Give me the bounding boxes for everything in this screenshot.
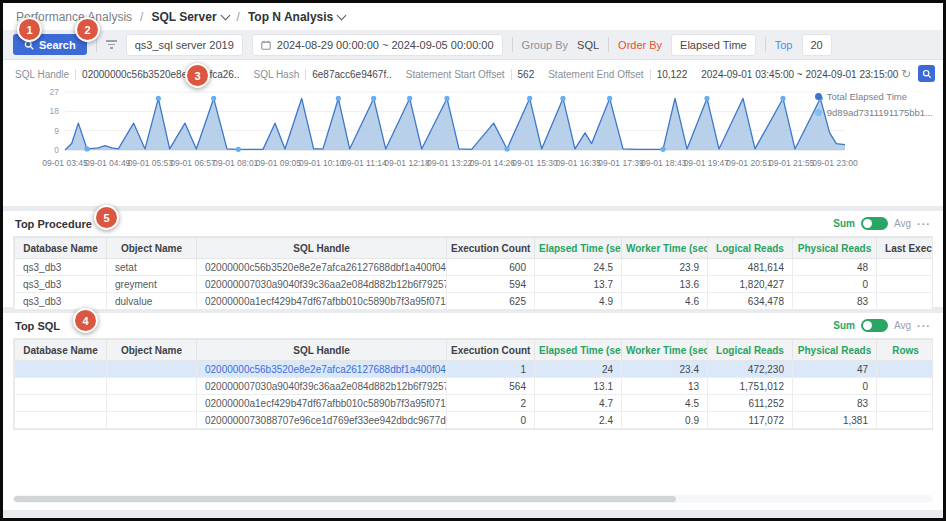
breadcrumb-top-n-analysis[interactable]: Top N Analysis: [248, 10, 345, 24]
table-row[interactable]: qs3_db3setat02000000c56b3520e8e2e7afca26…: [15, 259, 934, 276]
column-header-last-execution-end[interactable]: Last Execution End: [877, 238, 934, 259]
sql-handle-cell: 020000007030a9040f39c36aa2e084d882b12b6f…: [197, 378, 447, 395]
divider: [511, 69, 512, 80]
table-row[interactable]: 02000000a1ecf429b47df67afbb010c5890b7f3a…: [15, 395, 934, 412]
scrollbar-thumb[interactable]: [14, 496, 676, 502]
chart-toolbar: ← → ↻: [863, 65, 935, 82]
top-n-analysis-page: Performance Analysis / SQL Server / Top …: [0, 0, 946, 521]
top-count-input[interactable]: 20: [802, 34, 832, 56]
forward-arrow-icon[interactable]: →: [882, 68, 894, 80]
more-options-button[interactable]: ···: [917, 320, 931, 332]
legend-item-query-hash[interactable]: 9d89ad7311191175bb1...: [815, 107, 933, 118]
table-cell: 4.7: [535, 395, 622, 412]
column-header-elapsed-time-sec[interactable]: Elapsed Time (sec): [535, 238, 622, 259]
table-cell: [15, 378, 107, 395]
data-point-marker: [84, 146, 89, 151]
date-range-picker[interactable]: 2024-08-29 00:00:00 ~ 2024-09-05 00:00:0…: [252, 34, 503, 56]
table-row[interactable]: 0200000073088707e96ce1d769ef33ee942dbdc9…: [15, 412, 934, 429]
table-cell: [15, 361, 107, 378]
table-cell: qs3_db3: [15, 293, 107, 310]
table-cell: 0: [447, 412, 535, 429]
legend-item-total-elapsed-time[interactable]: Total Elapsed Time: [815, 91, 933, 102]
column-header-sql-handle[interactable]: SQL Handle: [197, 238, 447, 259]
table-cell: [877, 395, 934, 412]
table-row[interactable]: 020000007030a9040f39c36aa2e084d882b12b6f…: [15, 378, 934, 395]
column-header-worker-time-sec[interactable]: Worker Time (sec): [622, 340, 708, 361]
column-header-object-name[interactable]: Object Name: [107, 340, 197, 361]
column-header-execution-count[interactable]: Execution Count: [447, 238, 535, 259]
table-row[interactable]: 02000000c56b3520e8e2e7afca26127688dbf1a4…: [15, 361, 934, 378]
top-sql-header: Top SQL Sum Avg ···: [3, 313, 943, 338]
column-header-physical-reads[interactable]: Physical Reads: [793, 238, 877, 259]
x-axis-tick-label: 09-01 08:01: [213, 158, 259, 168]
area-fill: [65, 98, 845, 150]
sql-hash-value: 6e87acc6e9467f..: [312, 69, 392, 80]
y-axis-tick-label: 9: [54, 126, 59, 136]
more-options-button[interactable]: ···: [917, 218, 931, 230]
x-axis-tick-label: 09-01 18:43: [641, 158, 687, 168]
column-header-execution-count[interactable]: Execution Count: [447, 340, 535, 361]
table-cell: 0.9: [622, 412, 708, 429]
breadcrumb-top-n-analysis-label: Top N Analysis: [248, 10, 333, 24]
sum-avg-toggle[interactable]: [861, 217, 888, 230]
x-axis-tick-label: 09-01 13:22: [427, 158, 473, 168]
statement-end-offset-label: Statement End Offset: [548, 69, 643, 80]
table-cell: 13.1: [535, 378, 622, 395]
column-header-physical-reads[interactable]: Physical Reads: [793, 340, 877, 361]
chart-zoom-button[interactable]: [918, 65, 935, 82]
group-by-label: Group By: [522, 39, 568, 51]
group-by-value[interactable]: SQL: [577, 39, 599, 51]
column-header-database-name[interactable]: Database Name: [15, 340, 107, 361]
column-header-rows[interactable]: Rows: [877, 340, 934, 361]
column-header-elapsed-time-sec[interactable]: Elapsed Time (sec): [535, 340, 622, 361]
column-header-logical-reads[interactable]: Logical Reads: [708, 340, 793, 361]
refresh-icon[interactable]: ↻: [901, 68, 911, 80]
column-header-worker-time-sec[interactable]: Worker Time (sec): [622, 238, 708, 259]
data-point-marker: [156, 96, 161, 101]
sum-avg-toggle[interactable]: [861, 319, 888, 332]
statement-start-offset-group: Statement Start Offset 562: [406, 69, 534, 80]
column-header-logical-reads[interactable]: Logical Reads: [708, 238, 793, 259]
table-row[interactable]: qs3_db3greyment020000007030a9040f39c36aa…: [15, 276, 934, 293]
top-sql-table: Database NameObject NameSQL HandleExecut…: [14, 339, 933, 429]
table-cell: 1,820,427: [708, 276, 793, 293]
elapsed-time-chart[interactable]: 09182709-01 03:4509-01 04:4909-01 05:530…: [13, 86, 861, 178]
sql-handle-cell: 02000000c56b3520e8e2e7afca26127688dbf1a4…: [197, 361, 447, 378]
instance-selector[interactable]: qs3_sql server 2019: [126, 34, 243, 56]
legend-dot: [815, 93, 822, 100]
annotation-badge-4: 4: [73, 308, 98, 333]
table-header-row: Database NameObject NameSQL HandleExecut…: [15, 340, 934, 361]
back-arrow-icon[interactable]: ←: [863, 68, 875, 80]
annotation-badge-1: 1: [17, 17, 42, 42]
legend-dot: [815, 109, 822, 116]
top-sql-panel: Top SQL Sum Avg ··· Database NameObject …: [3, 313, 943, 510]
x-axis-tick-label: 09-01 03:45: [42, 158, 88, 168]
table-row[interactable]: qs3_db3dulvalue02000000a1ecf429b47df67af…: [15, 293, 934, 310]
top-procedure-table-wrap: Database NameObject NameSQL HandleExecut…: [13, 236, 933, 311]
statement-end-offset-value: 10,122: [657, 69, 688, 80]
sql-handle-value: 02000000c56b3520e8e2e7afca26..: [82, 69, 239, 80]
x-axis-tick-label: 09-01 04:49: [85, 158, 131, 168]
order-by-select[interactable]: Elapsed Time: [671, 34, 756, 56]
table-cell: 117,072: [708, 412, 793, 429]
table-cell: 564: [447, 378, 535, 395]
column-header-sql-handle[interactable]: SQL Handle: [197, 340, 447, 361]
filter-icon[interactable]: [106, 40, 117, 49]
x-axis-tick-label: 09-01 19:47: [684, 158, 730, 168]
top-procedure-controls: Sum Avg ···: [833, 217, 931, 230]
column-header-database-name[interactable]: Database Name: [15, 238, 107, 259]
divider: [75, 69, 76, 80]
data-point-marker: [236, 147, 241, 152]
table-cell: 47: [793, 361, 877, 378]
data-point-marker: [444, 96, 449, 101]
horizontal-scrollbar[interactable]: [13, 495, 933, 503]
table-cell: qs3_db3: [15, 259, 107, 276]
table-cell: 0: [793, 276, 877, 293]
table-cell: 2.4: [535, 412, 622, 429]
table-cell: greyment: [107, 276, 197, 293]
data-point-marker: [407, 96, 412, 101]
table-cell: 13.6: [622, 276, 708, 293]
breadcrumb-sql-server[interactable]: SQL Server: [151, 10, 228, 24]
table-cell: [107, 361, 197, 378]
column-header-object-name[interactable]: Object Name: [107, 238, 197, 259]
